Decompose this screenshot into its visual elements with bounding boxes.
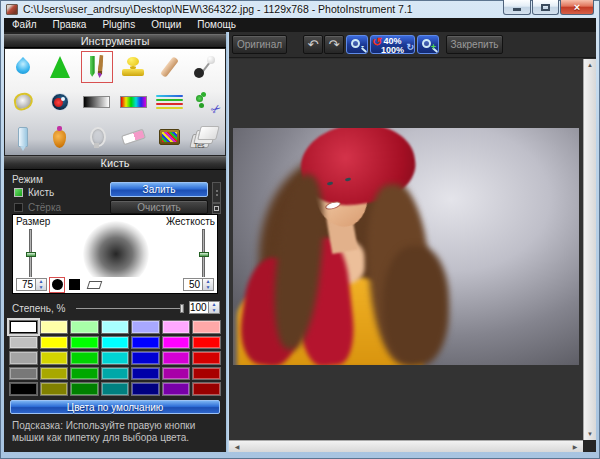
tool-pin-tool[interactable] — [191, 51, 223, 83]
menu-plugins[interactable]: Plugins — [94, 18, 143, 32]
undo-button[interactable]: ↶ — [303, 35, 323, 54]
color-swatch[interactable] — [131, 367, 160, 381]
size-slider[interactable] — [29, 229, 32, 279]
brush-shape-square-button[interactable] — [67, 278, 81, 292]
panel-collapse-button[interactable] — [212, 203, 221, 214]
clear-button[interactable]: Очистить — [110, 200, 208, 214]
scroll-down-icon[interactable]: ▼ — [584, 428, 596, 440]
degree-value[interactable]: 100 — [189, 301, 209, 314]
color-swatch[interactable] — [101, 367, 130, 381]
color-swatch[interactable] — [162, 336, 191, 350]
tool-skin-bottle[interactable] — [44, 121, 76, 153]
tool-smudge-finger[interactable] — [154, 51, 186, 83]
color-swatch[interactable] — [162, 320, 191, 334]
color-swatch[interactable] — [192, 382, 221, 396]
color-swatch[interactable] — [40, 351, 69, 365]
color-swatch[interactable] — [70, 336, 99, 350]
tool-red-eye[interactable] — [44, 86, 76, 118]
tool-clock[interactable] — [7, 86, 39, 118]
color-swatch[interactable] — [9, 367, 38, 381]
degree-spinner[interactable]: 100 ▲▼ — [189, 301, 220, 314]
color-swatch[interactable] — [40, 320, 69, 334]
color-swatch[interactable] — [131, 382, 160, 396]
menu-edit[interactable]: Правка — [45, 18, 95, 32]
menu-help[interactable]: Помощь — [189, 18, 244, 32]
menu-file[interactable]: Файл — [4, 18, 45, 32]
zoom-level-display[interactable]: ↺ 40% 100% ↻ — [370, 35, 415, 54]
hardness-spinner[interactable]: 50 ▲▼ — [183, 278, 214, 291]
close-button[interactable]: × — [560, 0, 594, 15]
brush-mode-checkbox[interactable]: Кисть — [14, 187, 54, 198]
color-swatch[interactable] — [70, 320, 99, 334]
zoom-in-button[interactable]: + — [417, 35, 439, 54]
color-swatch[interactable] — [192, 367, 221, 381]
maximize-button[interactable] — [532, 0, 559, 15]
color-swatch[interactable] — [70, 367, 99, 381]
brush-shape-circle-button[interactable] — [50, 278, 64, 292]
tool-color-lines[interactable] — [154, 86, 186, 118]
color-swatch[interactable] — [131, 320, 160, 334]
color-swatch[interactable] — [162, 351, 191, 365]
degree-slider[interactable] — [76, 308, 182, 309]
redo-button[interactable]: ↷ — [324, 35, 344, 54]
tool-liquify-drop[interactable] — [7, 51, 39, 83]
size-value[interactable]: 75 — [16, 278, 36, 291]
minimize-button[interactable] — [503, 0, 531, 15]
degree-slider-handle[interactable] — [180, 304, 184, 313]
zoom-out-button[interactable]: - — [346, 35, 368, 54]
eraser-mode-checkbox[interactable]: Стёрка — [14, 202, 61, 213]
color-swatch[interactable] — [101, 336, 130, 350]
tool-cone[interactable] — [44, 51, 76, 83]
color-swatch[interactable] — [192, 320, 221, 334]
color-swatch[interactable] — [9, 382, 38, 396]
color-swatch[interactable] — [9, 320, 38, 334]
spinner-down-icon[interactable]: ▼ — [209, 308, 219, 314]
fill-button[interactable]: Залить — [110, 182, 208, 197]
tool-text-layers[interactable]: Tes — [191, 121, 223, 153]
scroll-up-icon[interactable]: ▲ — [584, 59, 596, 71]
color-swatch[interactable] — [40, 367, 69, 381]
color-swatch[interactable] — [162, 367, 191, 381]
color-swatch[interactable] — [192, 336, 221, 350]
photo-image[interactable] — [233, 128, 579, 365]
color-swatch[interactable] — [40, 382, 69, 396]
horizontal-scrollbar[interactable]: ◀ ▶ — [229, 440, 583, 452]
canvas-viewport[interactable] — [229, 59, 583, 440]
titlebar[interactable]: C:\Users\user_andrsuy\Desktop\NEW\364322… — [0, 0, 600, 18]
spinner-down-icon[interactable]: ▼ — [36, 285, 46, 291]
color-swatch[interactable] — [70, 382, 99, 396]
tool-grayscale-gradient[interactable] — [81, 86, 113, 118]
tool-draw-brushes[interactable] — [81, 51, 113, 83]
color-swatch[interactable] — [101, 382, 130, 396]
tool-glamour-bulb[interactable] — [81, 121, 113, 153]
scroll-right-icon[interactable]: ▶ — [569, 441, 581, 452]
hardness-slider[interactable] — [202, 229, 205, 279]
color-swatch[interactable] — [9, 336, 38, 350]
panel-splitter-handle[interactable] — [212, 182, 221, 203]
size-spinner[interactable]: 75 ▲▼ — [16, 278, 47, 291]
brush-shape-outline-button[interactable] — [87, 278, 101, 292]
tool-object-removal-scissors[interactable] — [191, 86, 223, 118]
color-swatch[interactable] — [70, 351, 99, 365]
color-swatch[interactable] — [131, 336, 160, 350]
tool-clone-stamp[interactable] — [117, 51, 149, 83]
original-button[interactable]: Оригинал — [232, 35, 287, 54]
scroll-left-icon[interactable]: ◀ — [231, 441, 243, 452]
tool-eraser[interactable] — [117, 121, 149, 153]
color-swatch[interactable] — [101, 320, 130, 334]
fix-button[interactable]: Закрепить — [446, 35, 503, 54]
color-swatch[interactable] — [9, 351, 38, 365]
color-swatch[interactable] — [162, 382, 191, 396]
size-slider-handle[interactable] — [26, 252, 36, 257]
hardness-slider-handle[interactable] — [199, 252, 209, 257]
color-swatch[interactable] — [192, 351, 221, 365]
color-swatch[interactable] — [40, 336, 69, 350]
spinner-down-icon[interactable]: ▼ — [203, 285, 213, 291]
menu-options[interactable]: Опции — [143, 18, 189, 32]
default-colors-button[interactable]: Цвета по умолчанию — [10, 400, 220, 414]
color-swatch[interactable] — [131, 351, 160, 365]
tool-glue-tube[interactable] — [7, 121, 39, 153]
hardness-value[interactable]: 50 — [183, 278, 203, 291]
tool-rainbow-gradient[interactable] — [117, 86, 149, 118]
tool-denoise-tv[interactable] — [154, 121, 186, 153]
